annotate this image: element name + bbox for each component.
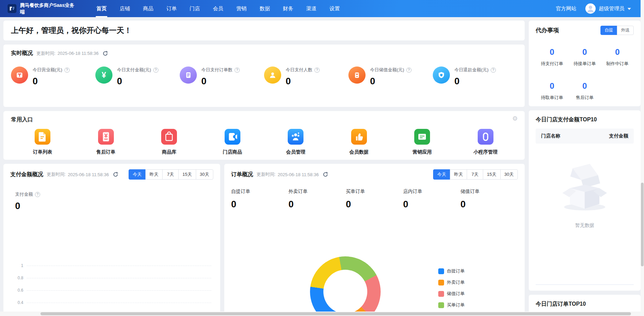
refresh-icon[interactable] [103, 51, 108, 56]
help-icon[interactable] [64, 68, 70, 73]
tab-today[interactable]: 今天 [433, 169, 450, 180]
help-icon[interactable] [406, 68, 412, 73]
tab-7days[interactable]: 7天 [467, 169, 483, 180]
todo-tab-delivery[interactable]: 外送 [617, 26, 634, 35]
quick-entry-aftersale[interactable]: 售后订单 [74, 129, 138, 155]
column-pay-amount: 支付金额 [609, 133, 628, 139]
nav-item-marketing[interactable]: 营销 [230, 0, 253, 17]
official-website-link[interactable]: 官方网站 [556, 5, 576, 12]
chevron-down-icon [628, 8, 631, 10]
refresh-icon[interactable] [113, 172, 118, 177]
help-icon[interactable] [235, 68, 240, 73]
nav-item-orders[interactable]: 订单 [160, 0, 183, 17]
nav-item-shop[interactable]: 店铺 [113, 0, 136, 17]
todo-item-to-accept[interactable]: 0 待接单订单 [568, 47, 601, 67]
app-logo-icon [8, 4, 16, 13]
tab-15days[interactable]: 15天 [178, 169, 196, 180]
orders-update-label: 更新时间: [257, 171, 276, 178]
stat-label: 今日退款金额(元) [454, 67, 489, 73]
help-icon[interactable] [491, 68, 496, 73]
tab-30days[interactable]: 30天 [500, 169, 518, 180]
payment-metric-label: 支付金额 [15, 191, 33, 197]
payment-overview-card: 支付金额概况 更新时间: 2025-06-18 11:58:36 今天 昨天 7… [3, 164, 220, 316]
todo-item-to-take[interactable]: 0 待取单订单 [536, 81, 568, 101]
legend-swatch [438, 268, 444, 274]
stat-value: 0 [201, 76, 240, 87]
realtime-update-time: 2025-06-18 11:58:36 [58, 51, 99, 56]
legend-swatch [438, 291, 444, 297]
vertical-scrollbar[interactable] [641, 0, 644, 312]
tab-30days[interactable]: 30天 [196, 169, 213, 180]
todo-item-unpaid[interactable]: 0 待支付订单 [536, 47, 568, 67]
stat-refund: 今日退款金额(元) 0 [433, 66, 517, 87]
tab-7days[interactable]: 7天 [162, 169, 179, 180]
goods-icon [161, 129, 177, 145]
tab-15days[interactable]: 15天 [483, 169, 500, 180]
horizontal-scrollbar-thumb[interactable] [40, 312, 631, 315]
tab-yesterday[interactable]: 昨天 [145, 169, 163, 180]
nav-item-data[interactable]: 数据 [253, 0, 276, 17]
shield-icon [433, 66, 450, 84]
quick-entry-member-management[interactable]: 会员管理 [264, 129, 327, 155]
y-tick: 0.4 [10, 300, 27, 305]
legend-swatch [438, 302, 444, 308]
aftersale-icon [98, 129, 114, 145]
todo-item-aftersale[interactable]: 0 售后订单 [568, 81, 601, 101]
greeting-card: 上午好，管理员，祝你开心每一天！ [3, 21, 525, 40]
document-icon [180, 66, 197, 84]
gear-icon[interactable] [512, 116, 518, 122]
orders-range-tabs: 今天 昨天 7天 15天 30天 [433, 169, 518, 180]
store-icon [11, 66, 28, 84]
order-stat-delivery: 外卖订单 0 [288, 189, 346, 210]
user-name: 超级管理员 [599, 5, 624, 12]
help-icon[interactable] [153, 68, 158, 73]
stat-label: 今日支付订单数 [201, 67, 232, 73]
nav-item-home[interactable]: 首页 [90, 0, 113, 17]
quick-entries-title: 常用入口 [11, 116, 33, 123]
app-title: 腾马餐饮多商户Saas业务端 [20, 2, 75, 15]
vertical-scrollbar-thumb[interactable] [641, 183, 644, 266]
marketing-icon [414, 129, 430, 145]
quick-entry-store-goods[interactable]: 门店商品 [201, 129, 264, 155]
nav-item-goods[interactable]: 商品 [136, 0, 160, 17]
store-goods-icon [225, 129, 240, 145]
user-menu[interactable]: 超级管理员 [585, 3, 631, 14]
nav-item-finance[interactable]: 财务 [276, 0, 300, 17]
nav-item-stores[interactable]: 门店 [183, 0, 206, 17]
order-stat-paybill: 买单订单 0 [346, 189, 403, 210]
todo-item-making[interactable]: 0 制作中订单 [601, 47, 634, 67]
stat-pay-amount: 今日支付金额(元) 0 [95, 66, 180, 87]
tab-yesterday[interactable]: 昨天 [450, 169, 467, 180]
stat-pay-orders: 今日支付订单数 0 [180, 66, 264, 87]
legend-item-paybill[interactable]: 买单订单 [438, 302, 465, 308]
stat-value: 0 [454, 76, 496, 87]
stat-label: 今日储值金额(元) [370, 67, 404, 73]
legend-item-pickup[interactable]: 自提订单 [438, 268, 465, 274]
todo-tab-pickup[interactable]: 自提 [600, 26, 617, 35]
nav-item-settings[interactable]: 设置 [323, 0, 346, 17]
payment-title: 支付金额概况 [10, 171, 43, 178]
member-icon [288, 129, 303, 145]
gridline [27, 303, 211, 303]
quick-entry-member-data[interactable]: 会员数据 [327, 129, 391, 155]
tab-today[interactable]: 今天 [129, 169, 146, 180]
nav-item-members[interactable]: 会员 [206, 0, 230, 17]
legend-item-stored[interactable]: 储值订单 [438, 291, 465, 297]
order-type-donut-chart [310, 256, 381, 316]
order-stat-instore: 店内订单 0 [403, 189, 461, 210]
help-icon[interactable] [314, 68, 320, 73]
help-icon[interactable] [35, 192, 40, 197]
refresh-icon[interactable] [323, 172, 328, 177]
todo-title: 代办事项 [536, 26, 559, 34]
quick-entry-order-list[interactable]: 订单列表 [11, 129, 74, 155]
quick-entry-miniprogram[interactable]: 小程序管理 [454, 129, 517, 155]
stat-value: 0 [117, 76, 158, 87]
nav-item-channel[interactable]: 渠道 [300, 0, 323, 17]
quick-entry-goods-library[interactable]: 商品库 [138, 129, 201, 155]
y-tick: 1 [10, 263, 27, 268]
legend-item-delivery[interactable]: 外卖订单 [438, 279, 465, 285]
stat-pay-people: 今日支付人数 0 [264, 66, 348, 87]
horizontal-scrollbar[interactable] [0, 312, 644, 316]
quick-entry-marketing-apps[interactable]: 营销应用 [391, 129, 454, 155]
brand: 腾马餐饮多商户Saas业务端 [8, 2, 80, 15]
